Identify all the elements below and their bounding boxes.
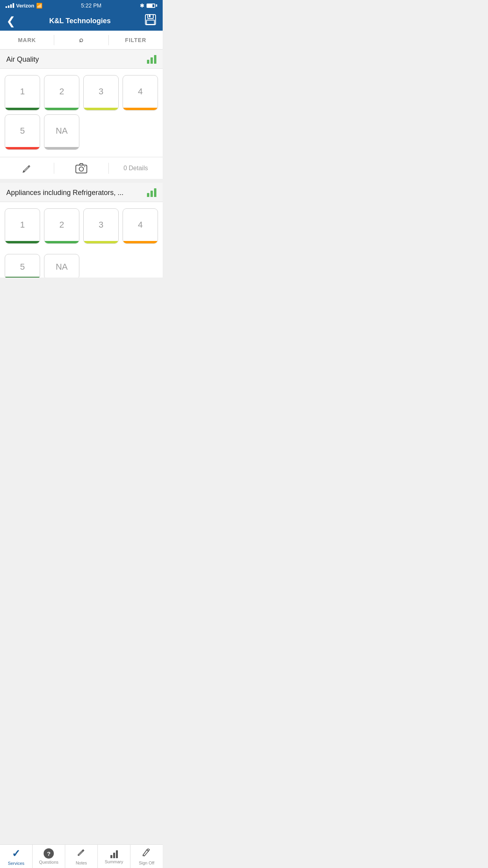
bottom-spacer [0, 281, 163, 309]
appliances-rating-label-4: 4 [138, 220, 143, 230]
details-label: 0 Details [123, 165, 148, 172]
time-label: 5:22 PM [81, 2, 101, 9]
status-bar: Verizon 📶 5:22 PM ✱ [0, 0, 163, 11]
rating-button-3[interactable]: 3 [83, 75, 119, 110]
rating-button-2[interactable]: 2 [44, 75, 79, 110]
rating-label-na: NA [56, 126, 68, 136]
rating-label-5: 5 [20, 126, 25, 136]
action-bar: 0 Details [0, 157, 163, 179]
rating-button-na[interactable]: NA [44, 114, 79, 150]
appliances-rating-label-na: NA [56, 262, 68, 272]
appliances-rating-label-5: 5 [20, 262, 25, 272]
appliances-rating-button-na-partial[interactable]: NA [44, 254, 79, 278]
air-quality-rating-grid: 1 2 3 4 5 NA [0, 69, 163, 156]
appliances-title: Appliances including Refrigerators, ... [6, 189, 123, 197]
toolbar: MARK ⌕ FILTER [0, 31, 163, 50]
rating-label-1: 1 [20, 86, 25, 97]
camera-icon [75, 163, 87, 173]
status-left: Verizon 📶 [6, 3, 42, 9]
rating-label-4: 4 [138, 86, 143, 97]
svg-rect-4 [76, 165, 87, 173]
air-quality-header: Air Quality [0, 50, 163, 69]
mark-button[interactable]: MARK [0, 31, 54, 49]
back-button[interactable]: ❮ [6, 15, 15, 28]
appliances-partial-row: 5 NA [0, 250, 163, 278]
air-quality-chart-icon[interactable] [147, 55, 156, 64]
bluetooth-icon: ✱ [140, 3, 144, 9]
signal-bars-icon [6, 3, 14, 8]
rating-label-3: 3 [99, 86, 103, 97]
carrier-label: Verizon [16, 3, 34, 9]
appliances-chart-icon[interactable] [147, 188, 156, 197]
appliances-rating-button-2[interactable]: 2 [44, 208, 79, 244]
edit-button[interactable] [0, 157, 54, 179]
appliances-rating-label-3: 3 [99, 220, 103, 230]
rating-button-5[interactable]: 5 [5, 114, 40, 150]
edit-icon [22, 163, 32, 173]
svg-rect-6 [84, 166, 85, 167]
rating-button-1[interactable]: 1 [5, 75, 40, 110]
appliances-rating-button-3[interactable]: 3 [83, 208, 119, 244]
search-icon: ⌕ [79, 36, 84, 44]
appliances-rating-button-5-partial[interactable]: 5 [5, 254, 40, 278]
mark-label: MARK [18, 37, 36, 43]
appliances-section: Appliances including Refrigerators, ... … [0, 183, 163, 278]
nav-bar: ❮ K&L Technologies [0, 11, 163, 31]
air-quality-section: Air Quality 1 2 3 4 5 NA [0, 50, 163, 179]
appliances-rating-button-4[interactable]: 4 [123, 208, 158, 244]
air-quality-title: Air Quality [6, 55, 39, 64]
rating-button-4[interactable]: 4 [123, 75, 158, 110]
svg-rect-3 [147, 20, 154, 24]
appliances-rating-label-1: 1 [20, 220, 25, 230]
appliances-header: Appliances including Refrigerators, ... [0, 183, 163, 202]
save-button[interactable] [145, 14, 156, 28]
rating-label-2: 2 [59, 86, 64, 97]
filter-button[interactable]: FILTER [109, 31, 163, 49]
svg-rect-2 [149, 15, 150, 17]
appliances-rating-button-1[interactable]: 1 [5, 208, 40, 244]
search-button[interactable]: ⌕ [54, 31, 108, 49]
appliances-rating-grid: 1 2 3 4 [0, 202, 163, 250]
camera-button[interactable] [54, 157, 108, 179]
appliances-rating-label-2: 2 [59, 220, 64, 230]
details-button[interactable]: 0 Details [109, 157, 163, 179]
save-icon [145, 14, 156, 26]
battery-icon [147, 4, 157, 8]
svg-point-5 [79, 167, 83, 171]
status-right: ✱ [140, 3, 157, 9]
filter-label: FILTER [125, 37, 146, 43]
wifi-icon: 📶 [36, 3, 42, 9]
nav-title: K&L Technologies [49, 17, 110, 25]
